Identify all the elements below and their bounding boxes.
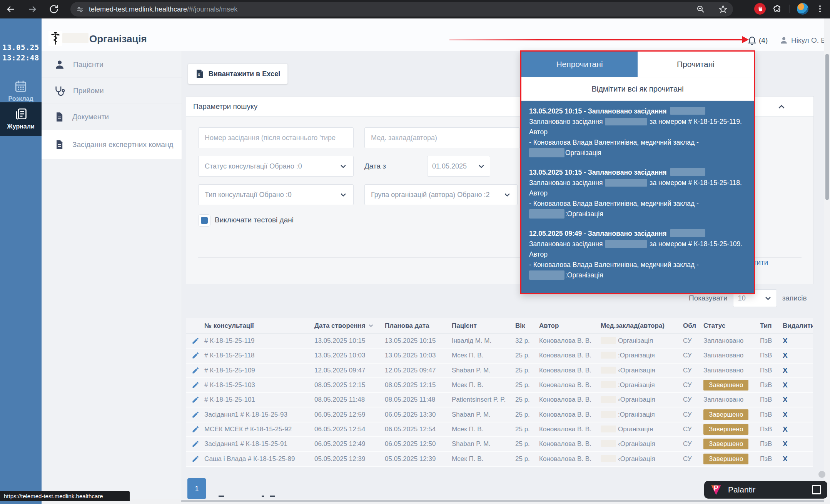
status-badge: Завершено [703, 409, 748, 420]
delete-x-icon[interactable]: X [783, 366, 788, 374]
bookmark-star-icon[interactable] [718, 5, 728, 14]
mark-all-read-button[interactable]: Відмітити всі як прочитані [521, 77, 754, 101]
edit-pencil-icon[interactable] [192, 440, 199, 448]
meeting-number-input[interactable] [198, 127, 354, 148]
delete-x-icon[interactable]: X [783, 425, 788, 433]
col-header-delete[interactable]: Видалити [783, 322, 813, 330]
notification-title: 12.05.2025 09:49 - Заплановано засідання [529, 229, 746, 239]
adblock-hand-icon[interactable] [754, 3, 766, 15]
url-text: telemed-test.medlink.healthcare/#/journa… [89, 5, 237, 13]
col-header-obl[interactable]: Обл [683, 322, 703, 330]
region-code: СУ [683, 440, 703, 448]
tab-unread[interactable]: Непрочитані [521, 52, 638, 77]
sidebar-item-expert-meetings[interactable]: Засідання експертних команд [42, 130, 182, 159]
tab-read[interactable]: Прочитані [638, 52, 754, 77]
notifications-bell[interactable]: (4) [747, 35, 768, 45]
delete-x-icon[interactable]: X [783, 411, 788, 419]
site-settings-icon[interactable] [76, 5, 84, 13]
planned-date: 05.05.2025 12:39 [385, 455, 452, 463]
region-code: СУ [683, 411, 703, 419]
menu-dots-icon[interactable] [815, 4, 825, 13]
status-badge: Заплановано [703, 396, 743, 404]
org-group-select[interactable]: Група організацій (автора) Обрано :2 [364, 184, 518, 205]
sidebar-item-patients[interactable]: Пацієнти [42, 52, 182, 78]
delete-x-icon[interactable]: X [783, 396, 788, 404]
col-header-created[interactable]: Дата створення [314, 322, 385, 330]
date-from-value: 01.05.2025 [432, 162, 467, 170]
consultation-number: Засідання1 # К-18-15-25-93 [204, 411, 314, 419]
notification-item[interactable]: 13.05.2025 10:15 - Заплановано засідання… [529, 106, 746, 158]
expand-window-icon[interactable] [812, 485, 821, 494]
zoom-indicator-icon[interactable] [696, 5, 705, 14]
created-date: 06.05.2025 12:49 [314, 440, 385, 448]
planned-date: 08.05.2025 11:48 [385, 396, 452, 404]
patient-age: 25 р. [515, 440, 539, 448]
edit-pencil-icon[interactable] [192, 426, 199, 433]
sidebar-item-documents[interactable]: Документи [42, 104, 182, 130]
edit-pencil-icon[interactable] [192, 396, 199, 404]
url-bar[interactable]: telemed-test.medlink.healthcare/#/journa… [70, 2, 733, 17]
delete-x-icon[interactable]: X [783, 337, 788, 345]
status-select[interactable]: Статус консультації Обрано :0 [198, 156, 354, 177]
edit-pencil-icon[interactable] [192, 381, 199, 389]
toolbar-separator [790, 5, 790, 13]
notification-item[interactable]: 12.05.2025 09:49 - Заплановано засідання… [529, 229, 746, 280]
notification-item[interactable]: 08.05.2025 12:17 - Заплановано засідання… [529, 290, 746, 290]
delete-x-icon[interactable]: X [783, 440, 788, 448]
med-org-input[interactable] [364, 127, 520, 148]
type-select[interactable]: Тип консультації Обрано :0 [198, 184, 354, 205]
redacted-org-prefix [601, 337, 616, 344]
consultation-type: ПзВ [760, 411, 783, 419]
col-header-status[interactable]: Статус [703, 322, 760, 330]
col-header-author[interactable]: Автор [539, 322, 601, 330]
col-header-type[interactable]: Тип [760, 322, 783, 330]
vertical-scrollbar-thumb[interactable] [825, 54, 829, 200]
delete-x-icon[interactable]: X [783, 381, 788, 389]
col-header-org[interactable]: Мед.заклад(автора) [601, 322, 683, 330]
search-panel-title: Параметри пошуку [193, 102, 257, 111]
refresh-icon[interactable] [48, 4, 59, 15]
sidebar-item-appointments[interactable]: Прийоми [42, 78, 182, 104]
consultation-type: ПзВ [760, 455, 783, 463]
excel-file-icon: x [195, 69, 204, 78]
profile-avatar[interactable] [797, 3, 808, 15]
col-header-age[interactable]: Вік [515, 322, 539, 330]
consultation-type: ПзВ [760, 367, 783, 374]
scroll-fab[interactable] [818, 471, 825, 478]
palantir-widget[interactable]: P Palantir [704, 481, 827, 499]
exclude-test-checkbox[interactable] [198, 214, 210, 227]
notifications-popup: Непрочитані Прочитані Відмітити всі як п… [520, 50, 755, 294]
back-icon[interactable] [5, 4, 16, 15]
notification-title: 13.05.2025 10:15 - Заплановано засідання [529, 106, 746, 117]
status-bar-link: https://telemed-test.medlink.healthcare [0, 491, 130, 501]
chevron-up-icon[interactable] [777, 103, 786, 111]
clock: 13.05.25 13:22:48 [0, 42, 42, 63]
notification-body: - Коновалова Влада Валентинівна, медични… [529, 137, 746, 148]
notification-body: Заплановано засіданняза номером # К-18-1… [529, 117, 746, 137]
rail-item-label: Розклад [0, 95, 42, 102]
date-from-select[interactable]: 01.05.2025 [427, 156, 490, 177]
redacted-text [529, 270, 564, 280]
export-excel-button[interactable]: x Вивантажити в Excel [188, 63, 288, 84]
edit-pencil-icon[interactable] [192, 455, 199, 463]
edit-pencil-icon[interactable] [192, 352, 199, 359]
notification-item[interactable]: 13.05.2025 10:15 - Заплановано засідання… [529, 167, 746, 219]
col-header-patient[interactable]: Пацієнт [452, 322, 515, 330]
extensions-puzzle-icon[interactable] [773, 4, 783, 14]
edit-pencil-icon[interactable] [192, 337, 199, 345]
delete-x-icon[interactable]: X [783, 455, 788, 463]
col-header-planned[interactable]: Планова дата [385, 322, 452, 330]
edit-pencil-icon[interactable] [192, 411, 199, 419]
delete-x-icon[interactable]: X [783, 351, 788, 359]
annotation-arrow [449, 39, 743, 40]
chevron-down-icon [764, 294, 772, 302]
journal-icon [14, 107, 28, 121]
horizontal-scrollbar-thumb[interactable] [181, 500, 824, 502]
notification-body: :Організація [529, 209, 746, 219]
edit-pencil-icon[interactable] [192, 367, 199, 374]
pagination-page-1[interactable]: 1 [187, 478, 206, 499]
rail-item-journals[interactable]: Журнали [0, 102, 42, 136]
user-menu[interactable]: Нікул О. В. [780, 36, 828, 45]
col-header-number[interactable]: № консультації [204, 322, 314, 330]
forward-icon[interactable] [27, 4, 38, 15]
